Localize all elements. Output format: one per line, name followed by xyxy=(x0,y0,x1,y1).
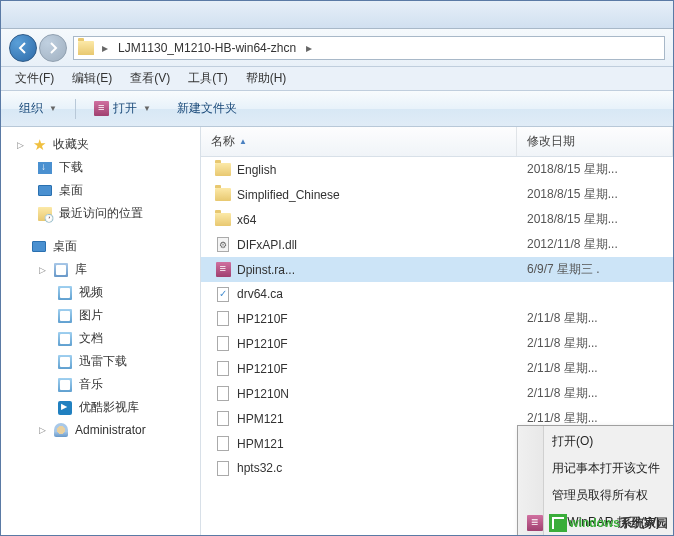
file-row[interactable]: Simplified_Chinese2018/8/15 星期... xyxy=(201,182,673,207)
watermark-logo-icon xyxy=(549,514,567,532)
file-row[interactable]: HP1210F2/11/8 星期... xyxy=(201,331,673,356)
file-name: HPM121 xyxy=(237,412,284,426)
doc-icon xyxy=(217,361,229,376)
doc-icon xyxy=(217,461,229,476)
sidebar-xunlei[interactable]: 迅雷下载 xyxy=(1,350,200,373)
sidebar-favorites[interactable]: ▷ ★ 收藏夹 xyxy=(1,133,200,156)
sidebar-documents[interactable]: 文档 xyxy=(1,327,200,350)
file-name: Simplified_Chinese xyxy=(237,188,340,202)
menu-file[interactable]: 文件(F) xyxy=(7,67,62,90)
sidebar-label: Administrator xyxy=(75,423,146,437)
user-icon xyxy=(54,423,68,437)
new-folder-button[interactable]: 新建文件夹 xyxy=(169,96,245,121)
youku-icon xyxy=(58,401,72,415)
sidebar-label: 视频 xyxy=(79,284,103,301)
file-row[interactable]: HP1210F2/11/8 星期... xyxy=(201,306,673,331)
file-name-cell: x64 xyxy=(201,212,517,228)
breadcrumb-folder[interactable]: LJM1130_M1210-HB-win64-zhcn xyxy=(116,41,298,55)
column-headers: 名称 ▲ 修改日期 xyxy=(201,127,673,157)
open-label: 打开 xyxy=(113,100,137,117)
sidebar-music[interactable]: 音乐 xyxy=(1,373,200,396)
sidebar-videos[interactable]: 视频 xyxy=(1,281,200,304)
file-row[interactable]: drv64.ca xyxy=(201,282,673,306)
watermark-text: windows系统家园 xyxy=(569,515,668,532)
folder-icon xyxy=(78,41,94,55)
dll-icon xyxy=(217,237,229,252)
sidebar-youku[interactable]: 优酷影视库 xyxy=(1,396,200,419)
folder-icon xyxy=(215,188,231,201)
file-list[interactable]: 名称 ▲ 修改日期 English2018/8/15 星期...Simplifi… xyxy=(201,127,673,535)
sidebar-label: 音乐 xyxy=(79,376,103,393)
file-date: 2/11/8 星期... xyxy=(517,360,673,377)
sidebar-recent[interactable]: 最近访问的位置 xyxy=(1,202,200,225)
file-name-cell: HP1210F xyxy=(201,336,517,352)
sidebar-pictures[interactable]: 图片 xyxy=(1,304,200,327)
file-row[interactable]: English2018/8/15 星期... xyxy=(201,157,673,182)
menu-help[interactable]: 帮助(H) xyxy=(238,67,295,90)
sidebar-label: 优酷影视库 xyxy=(79,399,139,416)
ctx-notepad[interactable]: 用记事本打开该文件 xyxy=(520,455,673,482)
new-folder-label: 新建文件夹 xyxy=(177,100,237,117)
menu-tools[interactable]: 工具(T) xyxy=(180,67,235,90)
file-date: 2018/8/15 星期... xyxy=(517,161,673,178)
sidebar-desktop-group[interactable]: 桌面 xyxy=(1,235,200,258)
column-date[interactable]: 修改日期 xyxy=(517,127,673,156)
file-name-cell: Simplified_Chinese xyxy=(201,187,517,203)
nav-buttons xyxy=(9,34,67,62)
content-area: ▷ ★ 收藏夹 下载 桌面 最近访问的位置 xyxy=(1,127,673,535)
titlebar[interactable] xyxy=(1,1,673,29)
sidebar-desktop[interactable]: 桌面 xyxy=(1,179,200,202)
desktop-icon xyxy=(38,185,52,196)
sidebar-label: 库 xyxy=(75,261,87,278)
file-name: HP1210F xyxy=(237,312,288,326)
music-icon xyxy=(58,378,72,392)
xunlei-icon xyxy=(58,355,72,369)
file-name-cell: HP1210F xyxy=(201,311,517,327)
star-icon: ★ xyxy=(31,137,47,153)
file-name: HP1210N xyxy=(237,387,289,401)
file-name: HP1210F xyxy=(237,337,288,351)
file-row[interactable]: HP1210F2/11/8 星期... xyxy=(201,356,673,381)
sidebar-administrator[interactable]: ▷ Administrator xyxy=(1,419,200,441)
file-name-cell: Dpinst.ra... xyxy=(201,262,517,278)
menu-view[interactable]: 查看(V) xyxy=(122,67,178,90)
chevron-right-icon: ▸ xyxy=(98,41,112,55)
file-name-cell: DIFxAPI.dll xyxy=(201,237,517,253)
file-row[interactable]: Dpinst.ra...6/9/7 星期三 . xyxy=(201,257,673,282)
desktop-icon xyxy=(32,241,46,252)
ctx-takeown[interactable]: 管理员取得所有权 xyxy=(520,482,673,509)
sidebar-libraries[interactable]: ▷ 库 xyxy=(1,258,200,281)
file-row[interactable]: HP1210N2/11/8 星期... xyxy=(201,381,673,406)
menu-edit[interactable]: 编辑(E) xyxy=(64,67,120,90)
rar-icon xyxy=(527,515,543,531)
file-row[interactable]: DIFxAPI.dll2012/11/8 星期... xyxy=(201,232,673,257)
back-button[interactable] xyxy=(9,34,37,62)
explorer-window: ▸ LJM1130_M1210-HB-win64-zhcn ▸ 文件(F) 编辑… xyxy=(0,0,674,536)
watermark: windows系统家园 xyxy=(549,514,668,532)
expander-icon[interactable]: ▷ xyxy=(37,425,47,435)
document-icon xyxy=(58,332,72,346)
forward-button[interactable] xyxy=(39,34,67,62)
column-label: 名称 xyxy=(211,133,235,150)
expander-icon[interactable]: ▷ xyxy=(37,265,47,275)
file-row[interactable]: x642018/8/15 星期... xyxy=(201,207,673,232)
chevron-right-icon: ▸ xyxy=(302,41,316,55)
file-date: 6/9/7 星期三 . xyxy=(517,261,673,278)
file-name: drv64.ca xyxy=(237,287,283,301)
column-name[interactable]: 名称 ▲ xyxy=(201,127,517,156)
file-date: 2/11/8 星期... xyxy=(517,310,673,327)
file-name: hpts32.c xyxy=(237,461,282,475)
file-name: DIFxAPI.dll xyxy=(237,238,297,252)
open-button[interactable]: 打开 ▼ xyxy=(86,96,159,121)
sidebar-label: 最近访问的位置 xyxy=(59,205,143,222)
expander-icon[interactable]: ▷ xyxy=(15,140,25,150)
navigation-pane[interactable]: ▷ ★ 收藏夹 下载 桌面 最近访问的位置 xyxy=(1,127,201,535)
sidebar-downloads[interactable]: 下载 xyxy=(1,156,200,179)
doc-icon xyxy=(217,436,229,451)
ctx-open[interactable]: 打开(O) xyxy=(520,428,673,455)
download-icon xyxy=(38,162,52,174)
file-name: HPM121 xyxy=(237,437,284,451)
organize-button[interactable]: 组织 ▼ xyxy=(11,96,65,121)
breadcrumb[interactable]: ▸ LJM1130_M1210-HB-win64-zhcn ▸ xyxy=(73,36,665,60)
expander-icon[interactable] xyxy=(15,242,25,252)
